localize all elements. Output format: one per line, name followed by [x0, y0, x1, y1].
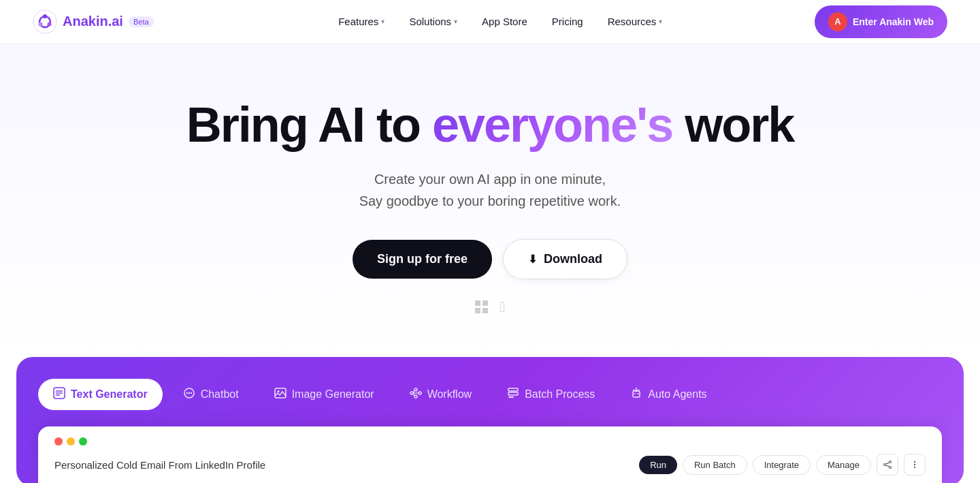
chatbot-icon [183, 387, 195, 402]
tab-batch-process[interactable]: Batch Process [492, 379, 610, 410]
auto-agents-icon [630, 387, 642, 402]
window-dots [54, 437, 926, 446]
svg-point-3 [48, 22, 52, 26]
run-button[interactable]: Run [639, 456, 677, 474]
workflow-icon [410, 387, 422, 402]
svg-point-12 [190, 392, 191, 394]
svg-point-18 [419, 392, 421, 394]
svg-line-35 [885, 465, 889, 467]
share-icon[interactable] [877, 454, 898, 476]
tab-auto-agents[interactable]: Auto Agents [615, 379, 721, 410]
svg-line-34 [885, 463, 889, 464]
nav-features[interactable]: Features ▾ [338, 16, 385, 27]
nav-solutions[interactable]: Solutions ▾ [409, 16, 457, 27]
dot-yellow [67, 437, 75, 446]
svg-point-10 [186, 392, 187, 394]
svg-point-33 [889, 467, 892, 469]
chevron-down-icon: ▾ [659, 18, 662, 25]
nav-links: Features ▾ Solutions ▾ App Store Pricing… [186, 16, 815, 27]
tab-text-generator[interactable]: Text Generator [38, 379, 163, 410]
more-options-icon[interactable] [904, 454, 926, 476]
nav-resources[interactable]: Resources ▾ [608, 16, 663, 27]
tab-image-generator[interactable]: Image Generator [259, 379, 389, 410]
svg-point-27 [638, 393, 639, 394]
svg-point-11 [188, 392, 189, 394]
svg-rect-24 [508, 396, 514, 398]
download-icon: ⬇ [528, 253, 537, 266]
logo[interactable]: Anakin.ai Beta [33, 10, 154, 34]
svg-point-31 [889, 461, 892, 463]
svg-point-36 [914, 461, 915, 463]
svg-point-37 [914, 464, 915, 465]
svg-point-32 [884, 464, 886, 466]
hero-title: Bring AI to everyone's work [186, 98, 794, 152]
svg-point-0 [33, 10, 56, 33]
hero-buttons: Sign up for free ⬇ Download [353, 239, 627, 279]
svg-rect-23 [508, 392, 518, 395]
avatar: A [828, 12, 847, 31]
windows-icon [475, 300, 489, 314]
os-icons:  [475, 298, 505, 316]
svg-rect-25 [633, 391, 640, 397]
svg-line-20 [413, 390, 414, 392]
nav-pricing[interactable]: Pricing [552, 16, 583, 27]
demo-window: Personalized Cold Email From LinkedIn Pr… [38, 426, 942, 483]
window-title: Personalized Cold Email From LinkedIn Pr… [54, 459, 265, 471]
svg-point-17 [414, 395, 417, 398]
hero-section: Bring AI to everyone's work Create your … [0, 44, 980, 357]
batch-process-icon [507, 387, 519, 402]
apple-icon:  [500, 298, 505, 316]
svg-point-2 [43, 14, 47, 18]
manage-button[interactable]: Manage [816, 455, 871, 475]
run-batch-button[interactable]: Run Batch [683, 455, 747, 475]
signup-button[interactable]: Sign up for free [353, 240, 492, 279]
text-generator-icon [53, 387, 65, 402]
svg-point-15 [410, 392, 413, 394]
navbar: Anakin.ai Beta Features ▾ Solutions ▾ Ap… [0, 0, 980, 44]
integrate-button[interactable]: Integrate [753, 455, 811, 475]
hero-subtitle: Create your own AI app in one minute, Sa… [359, 168, 621, 212]
svg-line-21 [413, 394, 414, 396]
window-content: Personalized Cold Email From LinkedIn Pr… [54, 454, 926, 476]
svg-point-26 [634, 393, 636, 394]
window-actions: Run Run Batch Integrate Manage [639, 454, 926, 476]
logo-text: Anakin.ai [63, 14, 123, 29]
dot-green [79, 437, 87, 446]
logo-icon [33, 10, 57, 34]
chevron-down-icon: ▾ [381, 18, 385, 25]
nav-appstore[interactable]: App Store [482, 16, 527, 27]
chevron-down-icon: ▾ [454, 18, 457, 25]
feature-tabs: Text Generator Chatbot Im [38, 379, 942, 410]
svg-point-14 [277, 390, 279, 392]
enter-anakin-button[interactable]: A Enter Anakin Web [815, 5, 947, 38]
svg-point-16 [414, 388, 417, 391]
download-button[interactable]: ⬇ Download [503, 239, 627, 279]
svg-rect-22 [508, 388, 518, 391]
svg-point-4 [39, 22, 43, 26]
dot-red [54, 437, 63, 446]
svg-point-38 [914, 467, 915, 468]
feature-section: Text Generator Chatbot Im [16, 357, 964, 483]
tab-workflow[interactable]: Workflow [395, 379, 487, 410]
beta-badge: Beta [129, 16, 154, 27]
image-generator-icon [274, 387, 287, 402]
tab-chatbot[interactable]: Chatbot [168, 379, 254, 410]
